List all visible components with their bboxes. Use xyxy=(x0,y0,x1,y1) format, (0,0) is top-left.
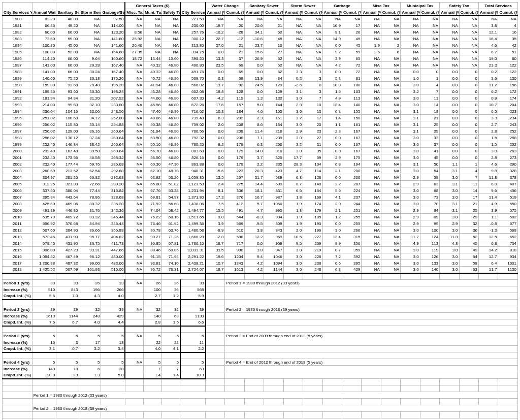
cell: 3.0 xyxy=(401,201,420,207)
cell: 62 xyxy=(264,55,283,62)
cell: NA xyxy=(440,49,459,55)
cell: 569 xyxy=(225,220,244,227)
cell: 119 xyxy=(420,247,439,253)
cell: 256.02 xyxy=(32,121,56,128)
cell: 133 xyxy=(420,260,439,267)
table-row: 1993214.0099.6032.10233.80NA45.9646.8067… xyxy=(3,102,518,108)
cell: 11 xyxy=(420,95,439,102)
cell: 398.20 xyxy=(180,55,206,62)
cell: 1204 xyxy=(225,253,244,260)
cell: 3.0 xyxy=(283,148,303,154)
cell: 0.0 xyxy=(440,115,459,121)
cell: 179 xyxy=(225,154,244,161)
cell: 63.76 xyxy=(162,227,180,234)
cell: 5.0 xyxy=(244,102,264,108)
cell: 959 xyxy=(264,234,283,240)
cell: NA xyxy=(362,214,381,220)
cell: NA xyxy=(401,62,420,69)
cell: 69.81 xyxy=(144,194,162,201)
cell: NA xyxy=(342,16,362,22)
cell: 356 xyxy=(342,240,362,247)
cell: 315 xyxy=(342,234,362,240)
cell: 42 xyxy=(498,42,518,49)
col-header: Safety Tax xyxy=(440,3,479,9)
cell: 132 xyxy=(264,95,283,102)
cell: 3.2 xyxy=(401,88,420,95)
cell: 3.0 xyxy=(440,194,459,201)
cell: 35.14 xyxy=(79,121,101,128)
cell: 1 xyxy=(459,161,478,168)
cell: 75.20 xyxy=(56,75,79,82)
cell: 1.3 xyxy=(244,95,264,102)
col-header: Garbage/Sanitation Cost ($) xyxy=(101,3,125,16)
cell: 281.20 xyxy=(56,174,79,181)
cell: 0 xyxy=(303,82,322,88)
table-body: 198083.2040.80NA97.50NANANA221.50NANANAN… xyxy=(3,16,518,273)
cell: 113 xyxy=(420,240,439,247)
cell: 469.06 xyxy=(56,201,79,207)
cell: 4.6 xyxy=(478,42,498,49)
cell: 158 xyxy=(342,115,362,121)
cell: 0.0 xyxy=(206,148,225,154)
cell: 208 xyxy=(225,121,244,128)
cell: 52.00 xyxy=(56,49,79,55)
cell: NA xyxy=(401,16,420,22)
cell: 208 xyxy=(225,128,244,135)
cell: 54 xyxy=(420,168,439,174)
cell: 99.00 xyxy=(79,260,101,267)
cell: 0.0 xyxy=(440,88,459,95)
cell: 194 xyxy=(342,161,362,168)
cell: 959 xyxy=(264,240,283,247)
cell: 1992 xyxy=(3,95,32,102)
cell: 78.86 xyxy=(79,194,101,201)
cell: NA xyxy=(440,29,459,36)
cell: NA xyxy=(125,201,143,207)
cell: NA xyxy=(362,154,381,161)
cell: 13.7 xyxy=(206,82,225,88)
cell: NA xyxy=(144,42,162,49)
cell: 73 xyxy=(420,194,439,201)
cell: NA xyxy=(362,82,381,88)
cell: 1989 xyxy=(3,75,32,82)
period-row: Cmpd. Int. (%)3.1-0.73.23.44.04.12.2 xyxy=(3,346,518,352)
cell: 1988 xyxy=(3,69,32,75)
cell: 803.60 xyxy=(180,148,206,154)
cell: 3.0 xyxy=(440,267,459,273)
cell: 299.20 xyxy=(101,181,125,187)
cell: 1,666.28 xyxy=(180,234,206,240)
cell: 54.97 xyxy=(162,194,180,201)
period-row: Period 2 (yrs)39393239NA323239Period 2 =… xyxy=(3,306,518,313)
cell: 0.0 xyxy=(244,240,264,247)
table-row: 20171,200.88487.3299.00483.00NA93.9174.1… xyxy=(3,260,518,267)
table-row: 1989140.6075.2030.18176.20NA40.7246.8050… xyxy=(3,75,518,82)
cell: 2.2 xyxy=(244,161,264,168)
cell: 53.38 xyxy=(162,187,180,194)
cell: 2.9 xyxy=(440,220,459,227)
cell: NA xyxy=(381,207,400,214)
cell: 122 xyxy=(498,62,518,69)
cell: NA xyxy=(381,194,400,201)
cell: 81.76 xyxy=(79,207,101,214)
cell: NA xyxy=(459,36,478,42)
cell: NA xyxy=(401,36,420,42)
cell: 2018 xyxy=(3,267,32,273)
cell: 906.80 xyxy=(32,247,56,253)
cell: -1.3 xyxy=(478,227,498,234)
cell: 3 xyxy=(303,69,322,75)
cell: 446.80 xyxy=(56,207,79,214)
cell: 3.1 xyxy=(440,168,459,174)
period-row: Increase (%)16131144248429140631130 xyxy=(3,313,518,319)
cell: 1,480.58 xyxy=(180,227,206,234)
cell: NA xyxy=(303,42,322,49)
cell: 2,291.22 xyxy=(180,253,206,260)
cell: 328 xyxy=(498,168,518,174)
cell: 12.2 xyxy=(244,234,264,240)
cell: 672.26 xyxy=(180,102,206,108)
cell: 2.9 xyxy=(283,102,303,108)
cell: 1.1 xyxy=(322,121,342,128)
table-row: 1990159.8093.6029.40195.28NA41.9446.8056… xyxy=(3,82,518,88)
cell: 4 xyxy=(420,82,439,88)
cell: 480.00 xyxy=(101,253,125,260)
cell: 14.9 xyxy=(322,36,342,42)
period-row: Period 4 (yrs)5555NA555Period 4 = End of… xyxy=(3,359,518,366)
